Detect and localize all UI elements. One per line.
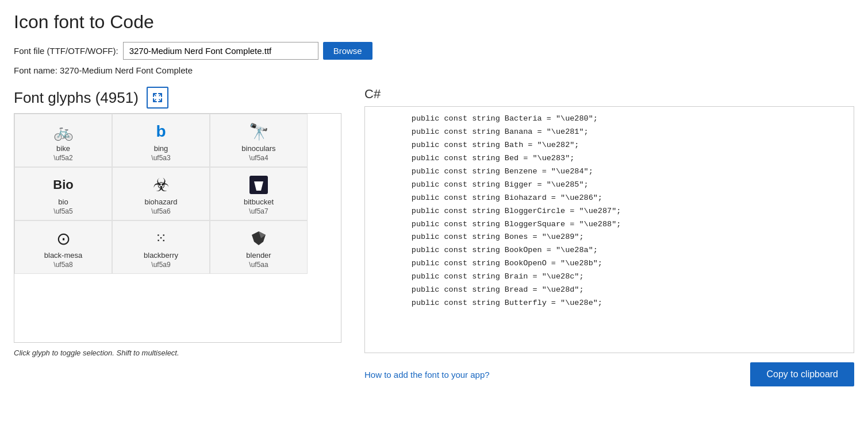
glyph-cell[interactable]: 🚲bike\uf5a2 — [14, 114, 112, 167]
main-area: Font glyphs (4951) 🚲bike\uf5a2bbing\uf5a… — [14, 87, 854, 386]
glyph-cell[interactable]: bbing\uf5a3 — [112, 114, 210, 167]
glyph-icon: b — [156, 120, 166, 143]
glyph-cell[interactable]: blender\uf5aa — [210, 220, 308, 274]
glyph-icon — [249, 227, 268, 250]
font-file-row: Font file (TTF/OTF/WOFF): Browse — [14, 42, 854, 60]
expand-button[interactable] — [147, 87, 168, 109]
glyph-name: blackberry — [144, 251, 178, 260]
glyph-name: black-mesa — [44, 251, 82, 260]
glyph-name: bitbucket — [244, 198, 274, 206]
glyph-icon: 🔭 — [249, 120, 269, 143]
browse-button[interactable]: Browse — [323, 42, 372, 60]
glyph-code: \uf5a5 — [53, 207, 72, 215]
glyph-icon — [249, 173, 268, 196]
hint-text: Click glyph to toggle selection. Shift t… — [14, 347, 353, 359]
glyph-icon: ⊙ — [56, 227, 71, 250]
right-panel: C# public const string Bacteria = "\ue28… — [353, 87, 854, 386]
glyph-grid: 🚲bike\uf5a2bbing\uf5a3🔭binoculars\uf5a4B… — [14, 114, 341, 274]
glyph-cell[interactable]: Biobio\uf5a5 — [14, 167, 112, 220]
glyph-name: biohazard — [144, 198, 177, 206]
font-name-display: Font name: 3270-Medium Nerd Font Complet… — [14, 65, 854, 75]
code-area-wrapper[interactable]: public const string Bacteria = "\ue280";… — [364, 106, 854, 353]
glyph-cell[interactable]: ☣biohazard\uf5a6 — [112, 167, 210, 220]
glyph-name: bing — [154, 144, 168, 153]
glyphs-header: Font glyphs (4951) — [14, 87, 353, 109]
font-file-label: Font file (TTF/OTF/WOFF): — [14, 46, 118, 56]
glyphs-title: Font glyphs (4951) — [14, 89, 139, 107]
glyph-name: bio — [58, 198, 68, 206]
glyph-code: \uf5a8 — [53, 261, 72, 269]
glyph-code: \uf5a3 — [151, 154, 170, 162]
glyph-code: \uf5aa — [249, 261, 268, 269]
glyph-cell[interactable]: 🔭binoculars\uf5a4 — [210, 114, 308, 167]
glyph-code: \uf5a2 — [53, 154, 72, 162]
bottom-row: How to add the font to your app? Copy to… — [364, 362, 854, 386]
code-lang: C# — [364, 87, 854, 102]
glyph-icon: ⁙ — [155, 227, 167, 250]
left-panel: Font glyphs (4951) 🚲bike\uf5a2bbing\uf5a… — [14, 87, 353, 359]
glyph-icon: Bio — [53, 173, 73, 196]
glyph-code: \uf5a9 — [151, 261, 170, 269]
glyph-cell[interactable]: bitbucket\uf5a7 — [210, 167, 308, 220]
font-file-input[interactable] — [123, 42, 318, 60]
glyph-code: \uf5a6 — [151, 207, 170, 215]
glyph-code: \uf5a4 — [249, 154, 268, 162]
glyph-grid-wrapper[interactable]: 🚲bike\uf5a2bbing\uf5a3🔭binoculars\uf5a4B… — [14, 113, 341, 343]
glyph-icon: 🚲 — [53, 120, 74, 143]
glyph-cell[interactable]: ⁙blackberry\uf5a9 — [112, 220, 210, 274]
glyph-name: blender — [246, 251, 271, 260]
glyph-icon: ☣ — [153, 173, 170, 196]
how-to-link[interactable]: How to add the font to your app? — [364, 370, 490, 380]
glyph-name: bike — [56, 144, 70, 153]
glyph-code: \uf5a7 — [249, 207, 268, 215]
glyph-cell[interactable]: ⊙black-mesa\uf5a8 — [14, 220, 112, 274]
page-title: Icon font to Code — [14, 11, 854, 33]
copy-to-clipboard-button[interactable]: Copy to clipboard — [750, 362, 854, 386]
glyph-name: binoculars — [241, 144, 275, 153]
code-area: public const string Bacteria = "\ue280";… — [365, 107, 854, 316]
